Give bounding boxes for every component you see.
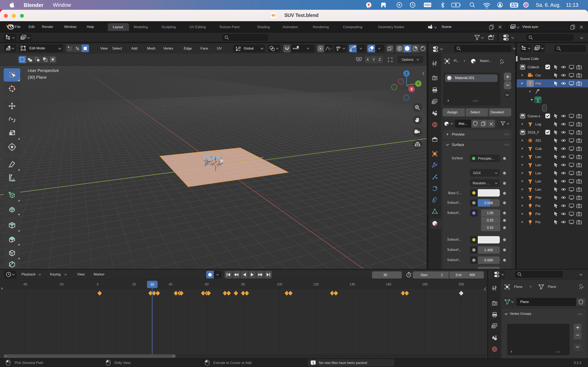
svg-text:i: i <box>313 361 314 364</box>
